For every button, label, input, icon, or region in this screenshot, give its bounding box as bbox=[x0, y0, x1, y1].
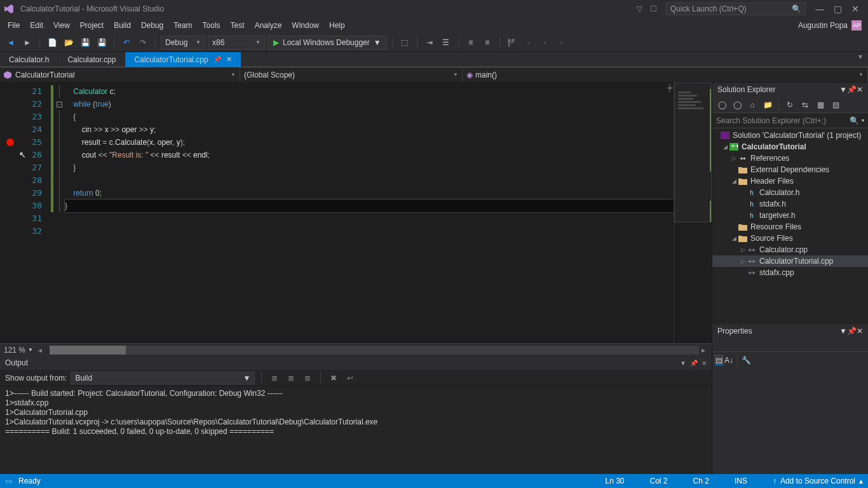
vs-logo-icon bbox=[4, 4, 14, 14]
pin-icon[interactable]: 📌 bbox=[690, 360, 698, 367]
panel-dropdown-icon[interactable]: ▼ bbox=[839, 327, 847, 336]
save-all-button[interactable]: 💾 bbox=[95, 36, 109, 50]
nav-project-combo[interactable]: CalculatorTutorial▼ bbox=[0, 67, 240, 82]
sol-refresh-button[interactable]: ↻ bbox=[783, 98, 797, 112]
nav-scope-combo[interactable]: (Global Scope)▼ bbox=[240, 67, 463, 82]
toolbar-btn-8[interactable]: ▫ bbox=[555, 36, 569, 50]
menu-window[interactable]: Window bbox=[287, 19, 324, 32]
tab-overflow-button[interactable]: ▾ bbox=[853, 52, 868, 67]
tab-calculatortutorial-cpp[interactable]: CalculatorTutorial.cpp📌✕ bbox=[125, 52, 241, 67]
sol-home-button[interactable]: ⌂ bbox=[745, 98, 759, 112]
code-content[interactable]: ╪ Calculator c; while (true) { cin >> x … bbox=[65, 83, 674, 343]
output-btn-2[interactable]: ≣ bbox=[285, 372, 297, 384]
menu-tools[interactable]: Tools bbox=[198, 19, 226, 32]
output-btn-1[interactable]: ≣ bbox=[268, 372, 281, 384]
nav-back-button[interactable]: ◄ bbox=[4, 36, 18, 50]
toolbar-btn-3[interactable]: ☰ bbox=[439, 36, 453, 50]
toolbar-btn-1[interactable]: ⬚ bbox=[398, 36, 412, 50]
horizontal-scrollbar[interactable] bbox=[50, 346, 699, 355]
tab-calculator-h[interactable]: Calculator.h bbox=[0, 52, 58, 67]
output-text[interactable]: 1>------ Build started: Project: Calcula… bbox=[0, 386, 712, 474]
sol-sync-button[interactable]: 📁 bbox=[761, 98, 775, 112]
open-file-button[interactable]: 📂 bbox=[62, 36, 76, 50]
split-grip-icon[interactable]: ╪ bbox=[667, 84, 672, 92]
menu-team[interactable]: Team bbox=[168, 19, 197, 32]
prop-pages-button[interactable]: 🔧 bbox=[742, 356, 751, 365]
menu-view[interactable]: View bbox=[48, 19, 75, 32]
tree-calculator-cpp[interactable]: ▷++Calculator.cpp bbox=[712, 244, 868, 255]
tree-source-files[interactable]: ◢Source Files bbox=[712, 233, 868, 244]
tree-stdafx-h[interactable]: hstdafx.h bbox=[712, 198, 868, 210]
panel-dropdown-icon[interactable]: ▼ bbox=[680, 360, 686, 367]
output-btn-3[interactable]: ≣ bbox=[301, 372, 314, 384]
pin-icon[interactable]: 📌 bbox=[847, 327, 857, 336]
tree-calculatortutorial-cpp[interactable]: ▷++CalculatorTutorial.cpp bbox=[712, 255, 868, 267]
start-debugging-button[interactable]: ▶ Local Windows Debugger ▼ bbox=[268, 36, 387, 50]
panel-close-icon[interactable]: ✕ bbox=[702, 360, 707, 367]
code-editor[interactable]: ↖ 212223242526272829303132 − ╪ Calculato… bbox=[0, 83, 712, 343]
output-source-combo[interactable]: Build▼ bbox=[71, 372, 255, 384]
breakpoint-icon[interactable] bbox=[6, 139, 14, 146]
tree-header-files[interactable]: ◢Header Files bbox=[712, 175, 868, 187]
tree-targetver-h[interactable]: htargetver.h bbox=[712, 210, 868, 221]
minimize-button[interactable]: — bbox=[811, 4, 829, 14]
tree-calculatortutorial[interactable]: ◢++CalculatorTutorial bbox=[712, 141, 868, 152]
fold-column[interactable]: − bbox=[53, 83, 65, 343]
menu-edit[interactable]: Edit bbox=[25, 19, 48, 32]
menu-project[interactable]: Project bbox=[75, 19, 109, 32]
tree-resource-files[interactable]: Resource Files bbox=[712, 221, 868, 233]
menu-help[interactable]: Help bbox=[324, 19, 350, 32]
quick-launch-input[interactable]: Quick Launch (Ctrl+Q) 🔍 bbox=[666, 3, 806, 15]
nav-function-combo[interactable]: ◉ main()▼ bbox=[463, 67, 868, 82]
solution-platform-combo[interactable]: x86▼ bbox=[208, 36, 265, 50]
sol-back-button[interactable]: ◯ bbox=[715, 98, 729, 112]
status-col: Col 2 bbox=[650, 477, 668, 485]
zoom-level[interactable]: 121 % bbox=[4, 346, 25, 355]
sol-showall-button[interactable]: ▦ bbox=[813, 98, 827, 112]
prop-categorized-button[interactable]: ▤ bbox=[715, 355, 723, 365]
sol-fwd-button[interactable]: ◯ bbox=[730, 98, 744, 112]
menu-analyze[interactable]: Analyze bbox=[250, 19, 287, 32]
panel-dropdown-icon[interactable]: ▼ bbox=[839, 85, 847, 94]
undo-button[interactable]: ↶ bbox=[119, 36, 133, 50]
new-project-button[interactable]: 📄 bbox=[45, 36, 59, 50]
tree-external-dependencies[interactable]: External Dependencies bbox=[712, 164, 868, 175]
tree-solution-calculatortutorial-1-project-[interactable]: Solution 'CalculatorTutorial' (1 project… bbox=[712, 130, 868, 141]
user-account[interactable]: Augustin Popa AP bbox=[798, 20, 865, 30]
bookmark-button[interactable]: 🏴 bbox=[505, 36, 519, 50]
save-button[interactable]: 💾 bbox=[78, 36, 92, 50]
sol-properties-button[interactable]: ▤ bbox=[829, 98, 843, 112]
panel-close-icon[interactable]: ✕ bbox=[857, 327, 863, 336]
panel-close-icon[interactable]: ✕ bbox=[857, 85, 863, 94]
solution-tree[interactable]: Solution 'CalculatorTutorial' (1 project… bbox=[712, 128, 868, 324]
redo-button[interactable]: ↷ bbox=[136, 36, 150, 50]
toolbar-btn-6[interactable]: ▫ bbox=[522, 36, 536, 50]
solution-config-combo[interactable]: Debug▼ bbox=[161, 36, 205, 50]
minimap[interactable] bbox=[674, 83, 712, 343]
solution-search-input[interactable]: Search Solution Explorer (Ctrl+;) 🔍▾ bbox=[712, 113, 868, 128]
tree-calculator-h[interactable]: hCalculator.h bbox=[712, 187, 868, 198]
prop-alpha-button[interactable]: A↓ bbox=[724, 356, 733, 365]
output-wrap-button[interactable]: ↩ bbox=[344, 372, 356, 384]
feedback-icon[interactable]: ☐ bbox=[650, 4, 657, 13]
output-clear-button[interactable]: ✖ bbox=[327, 372, 340, 384]
maximize-button[interactable]: ▢ bbox=[829, 4, 846, 14]
toolbar-btn-2[interactable]: ⇥ bbox=[423, 36, 437, 50]
notifications-icon[interactable]: ▽ bbox=[637, 4, 642, 13]
tree-references[interactable]: ▷▪▪References bbox=[712, 152, 868, 164]
tab-calculator-cpp[interactable]: Calculator.cpp bbox=[58, 52, 125, 67]
nav-fwd-button[interactable]: ► bbox=[20, 36, 34, 50]
comment-button[interactable]: ≡ bbox=[464, 36, 478, 50]
tree-stdafx-cpp[interactable]: ++stdafx.cpp bbox=[712, 267, 868, 278]
close-button[interactable]: ✕ bbox=[846, 4, 864, 14]
status-ready: Ready bbox=[18, 477, 41, 485]
uncomment-button[interactable]: ≡ bbox=[480, 36, 494, 50]
menu-file[interactable]: File bbox=[3, 19, 25, 32]
menu-build[interactable]: Build bbox=[109, 19, 136, 32]
pin-icon[interactable]: 📌 bbox=[847, 85, 857, 94]
sol-collapse-button[interactable]: ⇆ bbox=[798, 98, 812, 112]
toolbar-btn-7[interactable]: ▫ bbox=[538, 36, 552, 50]
source-control-button[interactable]: ↑Add to Source Control▴ bbox=[773, 477, 863, 485]
menu-test[interactable]: Test bbox=[226, 19, 250, 32]
menu-debug[interactable]: Debug bbox=[136, 19, 168, 32]
